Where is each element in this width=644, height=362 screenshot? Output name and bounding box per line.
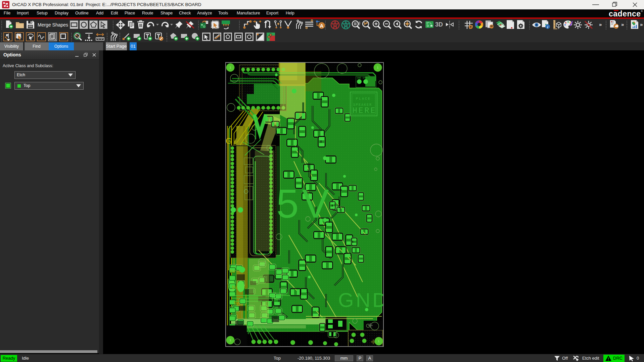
svg-text:PLACE: PLACE <box>356 97 371 101</box>
svg-text:5V: 5V <box>234 301 239 306</box>
svg-text:5V: 5V <box>232 285 237 290</box>
svg-text:GND: GND <box>338 289 384 311</box>
svg-text:1: 1 <box>229 338 231 342</box>
svg-text:5V: 5V <box>230 269 235 274</box>
svg-text:A: A <box>320 23 324 29</box>
svg-text:HERE: HERE <box>353 106 376 115</box>
svg-text:GND SPK: GND SPK <box>357 77 367 79</box>
svg-text:1: 1 <box>229 66 231 69</box>
svg-text:1: 1 <box>377 66 378 69</box>
svg-text:1: 1 <box>378 340 379 343</box>
svg-text:5V: 5V <box>276 181 332 226</box>
svg-text:G: G <box>226 136 232 145</box>
